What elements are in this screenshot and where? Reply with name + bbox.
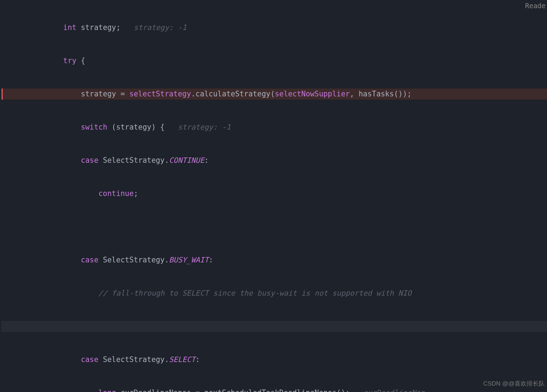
keyword-try: try xyxy=(63,55,76,66)
rest: (strategy) { xyxy=(107,122,178,133)
code-line-modified[interactable]: strategy = selectStrategy.calculateStrat… xyxy=(1,89,547,100)
keyword-int: int xyxy=(63,22,76,33)
indent xyxy=(1,122,81,133)
code-line[interactable]: continue; xyxy=(1,188,547,199)
rest: curDeadlineNanos = nextScheduledTaskDead… xyxy=(116,387,363,392)
dot: . xyxy=(165,155,169,166)
arg: hasTasks() xyxy=(359,89,403,100)
inline-hint: strategy: -1 xyxy=(134,22,187,33)
code-line[interactable]: // fall-through to SELECT since the busy… xyxy=(1,288,547,299)
indent xyxy=(1,387,99,392)
inline-hint: strategy: -1 xyxy=(178,122,231,133)
code-line-blank[interactable] xyxy=(1,321,547,332)
csdn-watermark: CSDN @@喜欢排长队 xyxy=(483,378,545,389)
identifier: strategy xyxy=(76,22,116,33)
code-line[interactable]: int strategy; strategy: -1 xyxy=(1,22,547,33)
indent xyxy=(1,255,81,266)
keyword-case: case xyxy=(81,255,98,266)
class-ref: SelectStrategy xyxy=(99,155,165,166)
semi: ; xyxy=(134,188,138,199)
code-line[interactable]: long curDeadlineNanos = nextScheduledTas… xyxy=(1,387,547,392)
colon: : xyxy=(195,354,200,365)
code-line-blank[interactable] xyxy=(1,221,547,232)
dot: . xyxy=(165,255,169,266)
code-line[interactable]: case SelectStrategy.SELECT: xyxy=(1,354,547,365)
code-line[interactable]: switch (strategy) { strategy: -1 xyxy=(1,122,547,133)
dot: . xyxy=(165,354,169,365)
keyword-long: long xyxy=(99,387,116,392)
punct: ; xyxy=(116,22,134,33)
method-call: calculateStrategy xyxy=(195,89,270,100)
code-line[interactable]: case SelectStrategy.BUSY_WAIT: xyxy=(1,255,547,266)
colon: : xyxy=(209,255,213,266)
colon: : xyxy=(204,155,209,166)
keyword-case: case xyxy=(81,155,98,166)
brace: { xyxy=(76,55,85,66)
indent xyxy=(1,89,81,100)
modified-marker-icon xyxy=(1,89,3,100)
lhs: strategy = xyxy=(81,89,129,100)
constant: SELECT xyxy=(169,354,195,365)
dot: . xyxy=(191,89,195,100)
indent xyxy=(1,22,63,33)
code-editor[interactable]: int strategy; strategy: -1 try { strateg… xyxy=(0,0,547,392)
paren: ( xyxy=(270,89,275,100)
class-ref: SelectStrategy xyxy=(99,255,165,266)
keyword-case: case xyxy=(81,354,98,365)
constant: BUSY_WAIT xyxy=(169,255,209,266)
constant: CONTINUE xyxy=(169,155,204,166)
comma: , xyxy=(350,89,359,100)
indent xyxy=(1,188,99,199)
keyword-continue: continue xyxy=(99,188,134,199)
comment: // fall-through to SELECT since the busy… xyxy=(99,288,412,299)
keyword-switch: switch xyxy=(81,122,107,133)
indent xyxy=(1,55,63,66)
paren: ); xyxy=(403,89,412,100)
class-ref: SelectStrategy xyxy=(99,354,165,365)
code-line[interactable]: case SelectStrategy.CONTINUE: xyxy=(1,155,547,166)
indent xyxy=(1,354,81,365)
field-ref: selectStrategy xyxy=(129,89,191,100)
arg: selectNowSupplier xyxy=(275,89,350,100)
indent xyxy=(1,288,99,299)
indent xyxy=(1,155,81,166)
inline-hint: curDeadlineNan xyxy=(363,387,425,392)
code-line[interactable]: try { xyxy=(1,55,547,66)
